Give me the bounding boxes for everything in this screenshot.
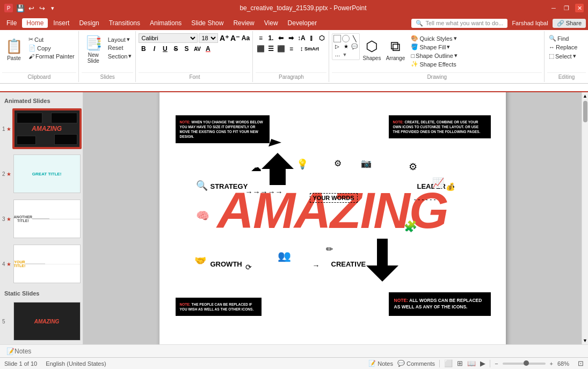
user-label[interactable]: Farshad Iqbal (512, 20, 548, 26)
slide-thumb-4[interactable]: YOUR TITLE! (12, 243, 82, 284)
shape-line[interactable]: ╲ (351, 35, 358, 42)
section-btn[interactable]: Section ▾ (106, 52, 134, 60)
scroll-thumb[interactable] (583, 101, 587, 122)
save-quick-btn[interactable]: 💾 (16, 4, 25, 12)
layout-btn[interactable]: Layout ▾ (106, 35, 134, 43)
font-color-btn[interactable]: A (203, 44, 213, 54)
notes-bar[interactable]: 📝 Notes (0, 344, 588, 357)
reset-btn[interactable]: Reset (106, 44, 134, 51)
shape-more[interactable]: … (333, 51, 341, 58)
menu-view[interactable]: View (260, 18, 282, 28)
slide-thumb-5[interactable]: AMAZING (12, 301, 82, 342)
menu-file[interactable]: File (2, 18, 21, 28)
convert-smartart-btn[interactable]: SmArt (307, 44, 316, 54)
smartart-btn[interactable]: ⬡ (317, 33, 326, 43)
italic-btn[interactable]: I (149, 44, 159, 54)
replace-btn[interactable]: ↔ Replace (547, 43, 579, 51)
restore-btn[interactable]: ❐ (562, 4, 571, 12)
increase-indent-btn[interactable]: ➡ (286, 33, 296, 43)
shapes-scroll-down[interactable]: ▼ (342, 52, 347, 57)
shape-ellipse[interactable] (342, 35, 350, 42)
clipboard-group: 📋 Paste ✂Cut 📄Copy 🖌Format Painter Clipb… (0, 31, 79, 82)
align-right-btn[interactable]: ⬛ (276, 44, 286, 54)
paste-icon: 📋 (5, 38, 23, 55)
shape-rect[interactable] (333, 35, 341, 42)
share-btn[interactable]: 🔗Share (553, 19, 586, 28)
paste-btn[interactable]: 📋 Paste (2, 33, 26, 65)
slide-thumb-1[interactable]: AMAZING (12, 108, 82, 149)
decrease-font-btn[interactable]: A⁻ (230, 33, 239, 43)
bullets-btn[interactable]: ≡ (256, 33, 265, 43)
shape-outline-btn[interactable]: □ Shape Outline ▾ (409, 51, 459, 60)
view-slide-sorter-btn[interactable]: ⊞ (457, 359, 463, 367)
justify-btn[interactable]: ≡ (286, 44, 296, 54)
shadow-btn[interactable]: S (182, 44, 191, 54)
numbering-btn[interactable]: 1. (266, 33, 275, 43)
redo-quick-btn[interactable]: ↪ (38, 4, 46, 12)
shape-arrow[interactable]: ▷ (333, 43, 341, 50)
note-box-1: NOTE: WHEN YOU CHANGE THE WORDS BELOW YO… (176, 115, 270, 143)
minimize-btn[interactable]: ─ (549, 4, 558, 12)
zoom-in-btn[interactable]: + (550, 360, 553, 367)
new-slide-btn[interactable]: 📑 New Slide (82, 33, 105, 65)
select-btn[interactable]: ⬚ Select ▾ (547, 52, 578, 60)
menu-developer[interactable]: Developer (284, 18, 322, 28)
people-icon: 👥 (278, 249, 291, 262)
font-name-select[interactable]: Calibri (139, 33, 198, 43)
undo-quick-btn[interactable]: ↩ (27, 4, 35, 12)
increase-font-btn[interactable]: A⁺ (219, 33, 229, 43)
format-painter-btn[interactable]: 🖌Format Painter (27, 53, 76, 60)
zoom-out-btn[interactable]: − (495, 360, 498, 367)
zoom-level[interactable]: 68% (557, 360, 574, 367)
drawing-group: ╲ ▷ ★ 💬 … ▼ ⬡ Shapes ⧉ Arrange (330, 31, 545, 82)
menu-insert[interactable]: Insert (49, 18, 74, 28)
menu-review[interactable]: Review (229, 18, 258, 28)
menu-home[interactable]: Home (22, 18, 48, 28)
underline-btn[interactable]: U (160, 44, 170, 54)
search-box[interactable]: 🔍 Tell me what you want to do... (411, 19, 507, 28)
menu-transitions[interactable]: Transitions (105, 18, 144, 28)
slide-canvas[interactable]: NOTE: WHEN YOU CHANGE THE WORDS BELOW YO… (159, 92, 506, 344)
fit-window-btn[interactable]: ⊡ (578, 359, 584, 367)
view-normal-btn[interactable]: ⬜ (444, 359, 453, 367)
menu-slideshow[interactable]: Slide Show (187, 18, 228, 28)
menu-animations[interactable]: Animations (146, 18, 186, 28)
menu-design[interactable]: Design (75, 18, 103, 28)
font-size-select[interactable]: 18 (199, 33, 218, 43)
slide-info: Slide 1 of 10 (4, 360, 37, 367)
shape-fill-btn[interactable]: 🪣 Shape Fill ▾ (409, 43, 459, 51)
cut-btn[interactable]: ✂Cut (27, 35, 76, 43)
align-center-btn[interactable]: ☰ (266, 44, 275, 54)
columns-btn[interactable]: ⫿ (307, 33, 316, 43)
shape-callout[interactable]: 💬 (351, 43, 358, 50)
shapes-btn[interactable]: ⬡ Shapes (362, 33, 381, 65)
char-spacing-btn[interactable]: AV (192, 44, 202, 54)
strikethrough-btn[interactable]: S (171, 44, 180, 54)
slide-thumb-2[interactable]: GREAT TITLE! (12, 153, 82, 194)
quick-styles-btn[interactable]: 🎨 Quick Styles ▾ (409, 34, 459, 42)
copy-btn[interactable]: 📄Copy (27, 44, 76, 52)
puzzle-icon: 🧩 (404, 220, 417, 233)
close-btn[interactable]: ✕ (575, 4, 584, 12)
slide-thumb-3[interactable]: ANOTHER TITLE! (12, 198, 82, 239)
scroll-up-btn[interactable]: ▲ (582, 92, 588, 100)
shape-star[interactable]: ★ (342, 43, 350, 50)
right-scrollbar[interactable]: ▲ ▼ (582, 92, 588, 344)
copy-icon: 📄 (28, 45, 36, 51)
comments-btn[interactable]: 💬 Comments (397, 360, 435, 367)
view-slideshow-btn[interactable]: ▶ (480, 359, 485, 367)
arrange-btn[interactable]: ⧉ Arrange (383, 33, 407, 65)
align-left-btn[interactable]: ⬛ (256, 44, 265, 54)
shape-effects-btn[interactable]: ✨ Shape Effects (409, 60, 459, 68)
decrease-indent-btn[interactable]: ⬅ (276, 33, 286, 43)
find-btn[interactable]: 🔍 Find (547, 34, 570, 42)
clear-format-btn[interactable]: Aa (241, 33, 250, 43)
zoom-slider[interactable] (503, 363, 546, 365)
scroll-down-btn[interactable]: ▼ (582, 337, 588, 344)
text-dir-btn[interactable]: ↕A (296, 33, 306, 43)
slide-num-1: 1 (2, 126, 5, 132)
bold-btn[interactable]: B (139, 44, 148, 54)
notes-status-btn[interactable]: 📝 Notes (368, 360, 393, 367)
view-reading-btn[interactable]: 📖 (467, 359, 476, 367)
customize-quick-btn[interactable]: ▾ (48, 4, 57, 12)
